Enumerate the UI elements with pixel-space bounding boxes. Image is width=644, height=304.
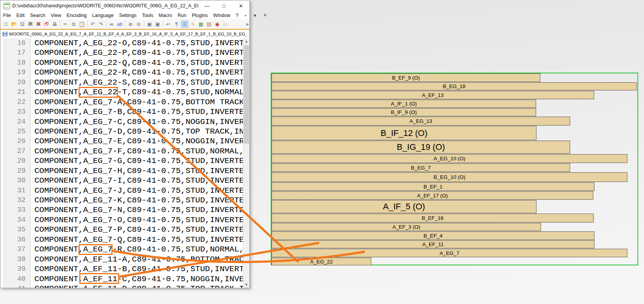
sync-horizontal-icon[interactable]: ▣ (154, 20, 161, 28)
maximize-button[interactable]: □ (215, 0, 232, 11)
vertical-scrollbar[interactable]: ▲ ▼ (243, 38, 249, 288)
menu-item-settings[interactable]: Settings (116, 12, 139, 19)
zoom-out-icon[interactable]: ⊖ (135, 20, 142, 28)
code-line-37[interactable]: COMPONENT,A_EG_7-R,C89-41-0.75,STUD,NORM… (34, 245, 243, 254)
menu-item-view[interactable]: View (48, 12, 64, 19)
menu-item-tools[interactable]: Tools (139, 12, 156, 19)
menu-item-file[interactable]: File (0, 12, 14, 19)
show-symbols-icon[interactable]: ¶ (173, 20, 180, 28)
zoom-in-icon[interactable]: ⊕ (127, 20, 134, 28)
menu-item-language[interactable]: Language (89, 12, 116, 19)
save-icon[interactable]: 🖫 (19, 20, 26, 28)
line-number: 33 (4, 205, 30, 215)
code-line-36[interactable]: COMPONENT,A_EG_7-Q,C89-41-0.75,STUD,INVE… (34, 235, 243, 245)
title-bar[interactable]: D:\vxbd\au\30\shared\projects\WOORITE_00… (0, 0, 249, 11)
code-line-40[interactable]: COMPONENT,A_EF_11-C,C89-41-0.75,NOGGIN,I… (34, 274, 243, 284)
code-line-38[interactable]: COMPONENT,A_EF_11-A,C89-41-0.75,BOTTOM T… (34, 255, 243, 264)
code-line-30[interactable]: COMPONENT,A_EG_7-I,C89-41-0.75,STUD,INVE… (34, 176, 243, 185)
notepad-window: D:\vxbd\au\30\shared\projects\WOORITE_00… (0, 0, 250, 288)
close-button[interactable]: ✕ (232, 0, 249, 11)
menu-item--[interactable]: ? (233, 12, 241, 19)
scroll-down-arrow[interactable]: ▼ (243, 282, 249, 288)
code-line-24[interactable]: COMPONENT,A_EG_7-C,C89-41-0.75,NOGGIN,IN… (34, 117, 243, 127)
doc-switcher-icon[interactable]: ▤ (205, 20, 213, 28)
tab-active[interactable]: WOORITE_006G_A_EG_22_A_EG_7_A_EF_11_B_EF… (0, 30, 249, 38)
copy-icon[interactable]: ⧉ (70, 20, 77, 28)
minimize-button[interactable]: — (198, 0, 215, 11)
code-line-33[interactable]: COMPONENT,A_EG_7-N,C89-41-0.75,STUD,INVE… (34, 205, 243, 215)
open-folder-icon[interactable]: 📂 (10, 20, 18, 28)
toolbar-overflow-chevron[interactable]: » (246, 21, 249, 27)
undo-icon[interactable]: ↶ (89, 20, 96, 28)
save-all-icon[interactable]: 🖪 (27, 20, 34, 28)
code-line-32[interactable]: COMPONENT,A_EG_7-K,C89-41-0.75,STUD,INVE… (34, 195, 243, 205)
scrollbar-thumb[interactable] (244, 45, 249, 144)
close-all-icon[interactable]: 🗗 (43, 20, 50, 28)
code-line-26[interactable]: COMPONENT,A_EG_7-E,C89-41-0.75,NOGGIN,IN… (34, 136, 243, 146)
document-map-icon[interactable]: ▦ (197, 20, 205, 28)
code-line-31[interactable]: COMPONENT,A_EG_7-J,C89-41-0.75,STUD,INVE… (34, 186, 243, 195)
component-bar-b-ig-19-o: B_IG_19 (O) (272, 141, 570, 154)
code-line-19[interactable]: COMPONENT,A_EG_22-R,C89-41-0.75,STUD,INV… (34, 68, 243, 77)
toolbar-separator (144, 21, 144, 27)
new-file-icon[interactable]: 🗋 (2, 20, 10, 28)
scroll-up-arrow[interactable]: ▲ (243, 38, 249, 44)
indent-guide-icon[interactable]: ☰ (181, 20, 188, 28)
function-list-icon[interactable]: ϟ (189, 20, 196, 28)
line-number: 41 (4, 284, 30, 288)
sync-vertical-icon[interactable]: ▣ (146, 20, 153, 28)
code-line-39[interactable]: COMPONENT,A_EF_11-B,C89-41-0.75,STUD,INV… (34, 264, 243, 274)
line-number: 34 (4, 215, 30, 225)
code-line-35[interactable]: COMPONENT,A_EG_7-P,C89-41-0.75,STUD,INVE… (34, 225, 243, 234)
component-bar-a-ef-11: A_EF_11 (272, 240, 594, 248)
code-line-34[interactable]: COMPONENT,A_EG_7-O,C89-41-0.75,STUD,INVE… (34, 215, 243, 225)
find-icon[interactable]: ∞ (108, 20, 115, 28)
toolbar-separator (106, 21, 106, 27)
code-line-28[interactable]: COMPONENT,A_EG_7-G,C89-41-0.75,STUD,INVE… (34, 156, 243, 166)
replace-icon[interactable]: ab (116, 20, 123, 28)
menu-extra-button[interactable]: ▼ (250, 13, 260, 18)
line-number: 28 (4, 156, 30, 166)
word-wrap-icon[interactable]: ↵ (165, 20, 172, 28)
macro-record-icon[interactable]: ▭ (222, 20, 229, 28)
redo-icon[interactable]: ↷ (97, 20, 104, 28)
editor-area[interactable]: 1617181920212223242526272829303132333435… (0, 38, 249, 288)
menu-item-plugins[interactable]: Plugins (189, 12, 210, 19)
line-number: 21 (4, 87, 30, 97)
print-icon[interactable]: 🖶 (51, 20, 58, 28)
component-bar-b-if-12-o: B_IF_12 (O) (272, 126, 536, 140)
menu-item-macro[interactable]: Macro (156, 12, 175, 19)
code-line-27[interactable]: COMPONENT,A_EG_7-F,C89-41-0.75,STUD,NORM… (34, 146, 243, 156)
menu-item-encoding[interactable]: Encoding (64, 12, 89, 19)
line-number: 31 (4, 186, 30, 195)
menu-extra-button[interactable]: ✕ (260, 13, 270, 18)
toolbar-separator (163, 21, 163, 27)
macro-playback-icon[interactable]: ◉ (214, 20, 221, 28)
code-line-23[interactable]: COMPONENT,A_EG_7-B,C89-41-0.75,STUD,INVE… (34, 107, 243, 117)
code-line-17[interactable]: COMPONENT,A_EG_22-P,C89-41-0.75,STUD,INV… (34, 48, 243, 58)
menu-item-window[interactable]: Window (210, 12, 233, 19)
code-line-18[interactable]: COMPONENT,A_EG_22-Q,C89-41-0.75,STUD,INV… (34, 58, 243, 68)
component-bar-b-eg-7: B_EG_7 (272, 163, 570, 172)
component-bar-a-eg-22: A_EG_22 (272, 258, 371, 265)
line-number: 38 (4, 255, 30, 264)
code-line-21[interactable]: COMPONENT,A_EG_22-T,C89-41-0.75,STUD,NOR… (34, 87, 243, 97)
paste-icon[interactable]: 📋 (78, 20, 85, 28)
line-number: 22 (4, 97, 30, 107)
code-line-29[interactable]: COMPONENT,A_EG_7-H,C89-41-0.75,STUD,INVE… (34, 166, 243, 176)
close-doc-icon[interactable]: 🗙 (35, 20, 42, 28)
menu-extras: +▼✕ (241, 13, 270, 18)
menu-item-run[interactable]: Run (175, 12, 189, 19)
cut-icon[interactable]: ✂ (62, 20, 69, 28)
menu-item-edit[interactable]: Edit (14, 12, 27, 19)
code-line-41[interactable]: COMPONENT,A_EF_11-D,C89-41-0.75,TOP TRAC… (34, 284, 243, 288)
code-line-20[interactable]: COMPONENT,A_EG_22-S,C89-41-0.75,STUD,INV… (34, 78, 243, 87)
code-line-25[interactable]: COMPONENT,A_EG_7-D,C89-41-0.75,TOP TRACK… (34, 127, 243, 136)
menu-extra-button[interactable]: + (241, 13, 249, 18)
code-line-22[interactable]: COMPONENT,A_EG_7-A,C89-41-0.75,BOTTOM TR… (34, 97, 243, 107)
menu-item-search[interactable]: Search (27, 12, 48, 19)
code-pane[interactable]: COMPONENT,A_EG_22-O,C89-41-0.75,STUD,INV… (31, 38, 243, 288)
code-line-16[interactable]: COMPONENT,A_EG_22-O,C89-41-0.75,STUD,INV… (34, 38, 243, 48)
line-number: 19 (4, 68, 30, 77)
component-bar-a-eg-13: A_EG_13 (272, 117, 570, 126)
